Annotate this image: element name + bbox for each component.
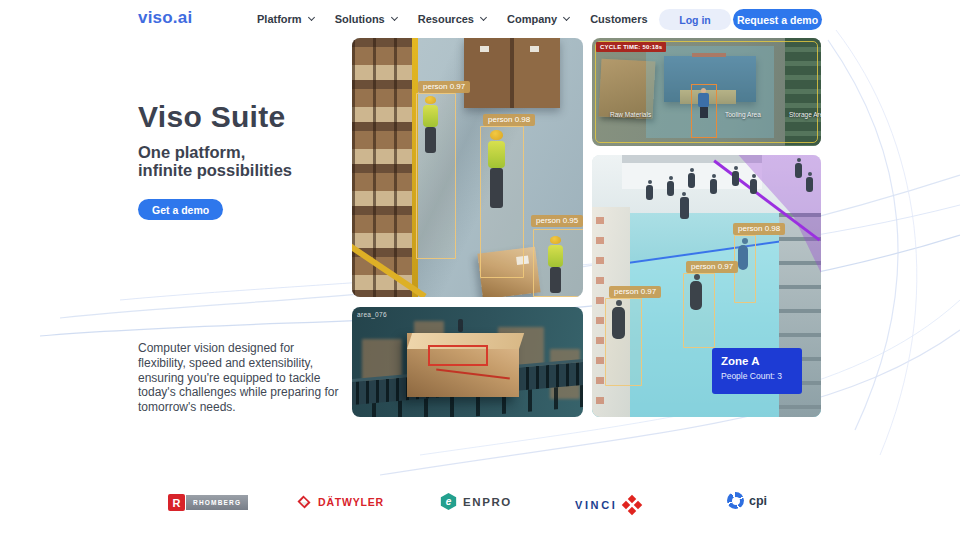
nav-label: Platform [257, 13, 302, 25]
shopper-figure [806, 177, 813, 192]
factory-zones-image: CYCLE TIME: 50:18s Raw Materials Tooling… [592, 38, 821, 146]
zone-label: Tooling Area [725, 111, 761, 118]
cycle-time-badge: CYCLE TIME: 50:18s [596, 42, 666, 52]
box-label [480, 46, 489, 52]
cardboard-boxes [464, 38, 560, 108]
shopper-figure [646, 185, 653, 200]
warehouse-shelving [352, 38, 414, 297]
zone-label: Storage Area [789, 111, 821, 118]
nav-item-customers[interactable]: Customers [590, 13, 647, 25]
rhomberg-icon: R [168, 494, 185, 511]
datwyler-wordmark: DÄTWYLER [318, 496, 384, 508]
nav-label: Company [507, 13, 557, 25]
defect-bounding-box [428, 345, 488, 366]
shopper-figure [750, 179, 757, 194]
hero-subtitle: One platform, infinite possibilities [138, 143, 292, 179]
shopper-figure [710, 179, 717, 194]
nav-item-resources[interactable]: Resources [418, 13, 486, 25]
warehouse-detection-image: person 0.97 person 0.98 person 0.95 [352, 38, 583, 297]
nav-item-company[interactable]: Company [507, 13, 569, 25]
torso [698, 93, 709, 107]
main-nav: Platform Solutions Resources Company Cus… [257, 0, 648, 38]
shopper-figure [732, 171, 739, 186]
request-demo-button[interactable]: Request a demo [733, 9, 822, 30]
logo-vinci: VINCI [575, 496, 641, 514]
detection-bounding-box [683, 273, 715, 348]
hero-description: Computer vision designed for flexibility… [138, 341, 344, 415]
cpi-wordmark: cpi [749, 494, 767, 508]
camera-id-label: area_076 [357, 311, 387, 318]
chevron-down-icon [480, 14, 487, 21]
conveyor-inspection-image: area_076 [352, 307, 583, 417]
shopper-figure [680, 197, 689, 219]
login-button[interactable]: Log in [659, 9, 731, 30]
zone-title: Zone A [721, 355, 793, 368]
nav-item-solutions[interactable]: Solutions [335, 13, 397, 25]
detection-label: person 0.98 [733, 223, 785, 235]
detection-label: person 0.98 [483, 114, 535, 126]
shopper-figure [688, 173, 695, 188]
top-navigation-bar: viso.ai Platform Solutions Resources Com… [0, 0, 960, 38]
detection-bounding-box [416, 93, 456, 259]
product-image-collage: person 0.97 person 0.98 person 0.95 area… [352, 38, 822, 417]
logo-enpro: e ENPRO [440, 493, 512, 510]
chevron-down-icon [308, 14, 315, 21]
enpro-wordmark: ENPRO [463, 496, 512, 508]
zone-label: Raw Materials [610, 111, 651, 118]
detection-label: person 0.97 [609, 286, 661, 298]
zone-count-panel: Zone A People Count: 3 [712, 348, 802, 394]
page-title: Viso Suite [138, 100, 292, 134]
logo-datwyler: DÄTWYLER [299, 496, 384, 508]
storage-racks [785, 38, 821, 146]
detection-label: person 0.95 [531, 215, 583, 227]
rhomberg-wordmark: RHOMBERG [186, 495, 248, 510]
logo-cpi: cpi [727, 492, 767, 509]
shopper-figure [795, 163, 802, 178]
hero-section: Viso Suite One platform, infinite possib… [138, 100, 292, 179]
hero-subtitle-line2: infinite possibilities [138, 161, 292, 179]
worker-figure [458, 319, 463, 332]
nav-label: Resources [418, 13, 474, 25]
get-a-demo-button[interactable]: Get a demo [138, 199, 223, 220]
vinci-wordmark: VINCI [575, 499, 617, 511]
retail-people-counting-image: person 0.98 person 0.97 person 0.97 Zone… [592, 155, 821, 417]
hero-subtitle-line1: One platform, [138, 143, 245, 161]
logo-rhomberg: R RHOMBERG [168, 494, 248, 511]
legs [700, 107, 708, 118]
detection-label: person 0.97 [418, 81, 470, 93]
nav-label: Solutions [335, 13, 385, 25]
nav-label: Customers [590, 13, 647, 25]
brand-logo[interactable]: viso.ai [138, 8, 192, 28]
worker-figure [698, 88, 709, 118]
detection-bounding-box [533, 229, 583, 297]
shopper-figure [667, 181, 674, 196]
detection-label: person 0.97 [686, 261, 738, 273]
customer-logos-row: R RHOMBERG DÄTWYLER e ENPRO VINCI cpi [0, 486, 960, 520]
detection-bounding-box [605, 298, 642, 386]
chevron-down-icon [391, 14, 398, 21]
box-label [530, 46, 539, 52]
datwyler-icon [297, 495, 310, 508]
vinci-icon [623, 496, 641, 514]
chevron-down-icon [563, 14, 570, 21]
enpro-icon: e [440, 493, 457, 510]
cpi-icon [727, 492, 744, 509]
people-count: People Count: 3 [721, 371, 793, 381]
nav-item-platform[interactable]: Platform [257, 13, 314, 25]
detection-bounding-box [480, 126, 524, 278]
